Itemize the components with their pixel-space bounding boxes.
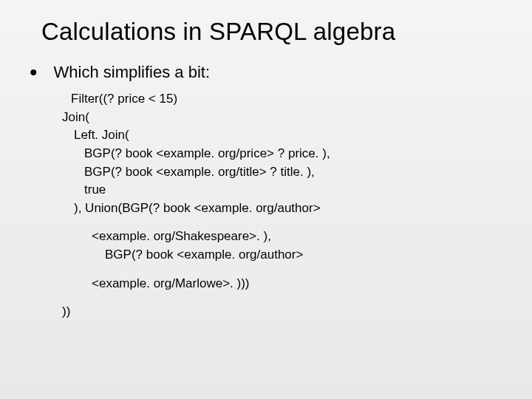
code-line: <example. org/Marlowe>. )))	[92, 275, 502, 293]
code-line: true	[84, 181, 502, 200]
code-line: BGP(? book <example. org/title> ? title.…	[84, 163, 502, 182]
code-line: Left. Join(	[74, 126, 502, 145]
bullet-item: • Which simplifies a bit:	[30, 62, 502, 83]
slide: Calculations in SPARQL algebra • Which s…	[0, 0, 532, 399]
bullet-text: Which simplifies a bit:	[54, 62, 211, 83]
code-line: Join(	[62, 109, 502, 127]
bullet-dot-icon: •	[30, 65, 38, 80]
code-line: BGP(? book <example. org/author>	[105, 246, 502, 265]
code-line: ))	[62, 303, 502, 321]
slide-title: Calculations in SPARQL algebra	[41, 18, 502, 46]
slide-body: • Which simplifies a bit: Filter((? pric…	[41, 62, 502, 321]
code-line: ), Union(BGP(? book <example. org/author…	[74, 200, 502, 218]
code-block: Filter((? price < 15) Join( Left. Join( …	[41, 90, 502, 321]
code-line: <example. org/Shakespeare>. ),	[92, 228, 502, 246]
code-line: Filter((? price < 15)	[71, 90, 502, 109]
code-line: BGP(? book <example. org/price> ? price.…	[84, 145, 502, 163]
